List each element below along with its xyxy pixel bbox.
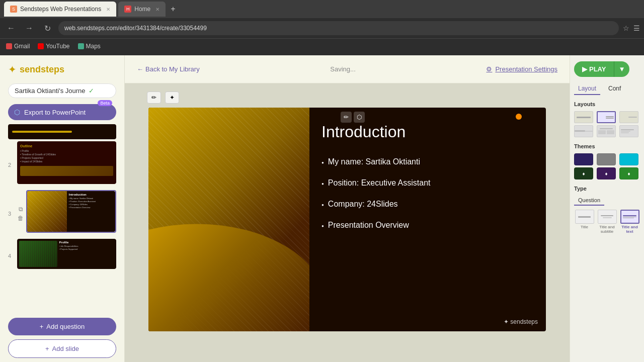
add-question-button[interactable]: + Add question: [8, 318, 116, 335]
edit-icon-pencil[interactable]: ✏: [147, 92, 161, 104]
layout-thumb-4[interactable]: [574, 125, 593, 137]
reload-button[interactable]: ↻: [40, 21, 54, 35]
themes-grid: ♦ ♦ ♦: [574, 153, 640, 179]
add-slide-label: Add slide: [52, 345, 79, 352]
presentation-settings-button[interactable]: ⚙ Presentation Settings: [486, 65, 557, 73]
slide-type-label-title: Title: [581, 225, 588, 229]
presentation-title-button[interactable]: Sartika Oktianti's Journe ✓: [8, 83, 116, 98]
presentation-title-text: Sartika Oktianti's Journe: [15, 87, 86, 95]
tab-conf[interactable]: Conf: [604, 83, 625, 95]
slide-expand-button[interactable]: ⬡: [354, 112, 365, 123]
slide-type-label-title-text: Title and text: [619, 225, 640, 234]
bookmark-maps[interactable]: Maps: [78, 43, 101, 50]
tab-close-inactive[interactable]: ✕: [155, 7, 159, 12]
main-toolbar: ← Back to My Library Saving... ⚙ Present…: [125, 55, 570, 83]
inactive-tab[interactable]: H Home ✕: [118, 2, 166, 17]
layouts-section-title: Layouts: [574, 101, 640, 107]
slide-top-controls: ✏ ✦: [147, 92, 179, 104]
inactive-tab-title: Home: [134, 6, 150, 13]
layout-thumb-2[interactable]: [597, 111, 616, 123]
tab-layout[interactable]: Layout: [574, 83, 600, 95]
play-chevron-icon: ▼: [618, 65, 625, 73]
slide-bullet-text-1: My name: Sartika Oktianti: [328, 157, 420, 166]
slide-type-title-text[interactable]: Title and text: [619, 210, 640, 234]
slide-logo-icon: ✦: [504, 318, 510, 325]
layout-thumb-3[interactable]: [619, 111, 638, 123]
back-nav-button[interactable]: ←: [4, 21, 18, 35]
slide-bullet-3: ● Company: 24Slides: [321, 200, 534, 209]
bullet-dot-3: ●: [321, 203, 324, 207]
gmail-favicon: [6, 43, 12, 49]
slide-item[interactable]: [8, 124, 116, 139]
slide-list: 2 Outline • Profile • Timeline of Growth…: [0, 124, 124, 314]
slide-type-thumb-title[interactable]: [575, 210, 594, 224]
slide-action-delete-3[interactable]: 🗑: [17, 214, 24, 222]
active-tab[interactable]: S Sendsteps Web Presentations ✕: [4, 2, 116, 17]
add-slide-plus-icon: +: [45, 345, 49, 352]
slide-type-thumb-title-subtitle[interactable]: [598, 210, 617, 224]
back-link-label: Back to My Library: [145, 65, 200, 73]
back-arrow-icon: ←: [137, 65, 143, 73]
slide-type-thumb-title-text[interactable]: [620, 210, 639, 224]
tab-close-active[interactable]: ✕: [106, 7, 110, 12]
bookmarks-bar: Gmail YouTube Maps: [0, 38, 644, 53]
type-tab-question[interactable]: Question: [574, 196, 604, 206]
slide-pencil-button[interactable]: ✏: [341, 112, 352, 123]
bookmark-gmail[interactable]: Gmail: [6, 43, 30, 50]
slide-item-3[interactable]: Introduction • My name: Sartika Oktianti…: [26, 190, 116, 233]
browser-controls: ← → ↻ ☆ ☰: [0, 18, 644, 38]
active-tab-title: Sendsteps Web Presentations: [20, 6, 101, 13]
themes-section-title: Themes: [574, 143, 640, 149]
bullet-dot-1: ●: [321, 160, 324, 165]
youtube-favicon: [38, 43, 44, 49]
slide-type-title[interactable]: Title: [574, 210, 595, 234]
theme-dark-green[interactable]: ♦: [574, 167, 593, 179]
youtube-label: YouTube: [46, 43, 69, 50]
theme-gray[interactable]: [597, 153, 616, 165]
play-button-group: ▶ PLAY ▼: [574, 61, 640, 77]
layout-thumb-6[interactable]: [619, 125, 638, 137]
slide-number-2: 2: [8, 162, 15, 168]
slide-bullet-text-3: Company: 24Slides: [328, 200, 398, 209]
add-slide-button[interactable]: + Add slide: [8, 339, 116, 358]
slide-right-panel: Introduction ● My name: Sartika Oktianti…: [309, 108, 546, 331]
play-dropdown-button[interactable]: ▼: [614, 61, 629, 77]
slide-bullet-4: ● Presentation Overview: [321, 221, 534, 230]
slide-left-panel: [148, 108, 309, 331]
edit-icon-expand[interactable]: ✦: [165, 92, 179, 104]
layout-thumb-1[interactable]: [574, 111, 593, 123]
type-tabs: Question: [574, 196, 640, 206]
beta-badge: Beta: [98, 100, 112, 106]
forward-nav-button[interactable]: →: [22, 21, 36, 35]
slide-row-4: 4 Profile • Job Responsibilities • Proje…: [8, 239, 116, 273]
slide-type-title-subtitle[interactable]: Title and subtitle: [597, 210, 617, 234]
address-bar[interactable]: [58, 21, 619, 35]
slide-logo-text: sendsteps: [510, 318, 538, 325]
layout-grid: [574, 111, 640, 137]
play-button[interactable]: ▶ PLAY: [574, 61, 614, 77]
theme-teal[interactable]: [619, 153, 638, 165]
main-area: ← Back to My Library Saving... ⚙ Present…: [125, 55, 570, 362]
slide-number-3: 3: [8, 211, 15, 217]
bullet-dot-4: ●: [321, 224, 324, 228]
slide-edit-icons: ✏ ⬡: [341, 112, 365, 123]
back-to-library-link[interactable]: ← Back to My Library: [137, 65, 200, 73]
slide-canvas: Introduction ● My name: Sartika Oktianti…: [148, 108, 546, 331]
slide-action-copy-3[interactable]: ⧉: [17, 205, 24, 213]
settings-label: Presentation Settings: [495, 65, 557, 73]
bookmark-youtube[interactable]: YouTube: [38, 43, 69, 50]
bookmark-star-icon[interactable]: ☆: [623, 24, 629, 32]
logo-text: sendsteps: [20, 64, 64, 75]
right-panel: ▶ PLAY ▼ Layout Conf Layouts: [570, 55, 644, 362]
slide-type-grid: Title Title and subtitle Title and te: [574, 210, 640, 234]
theme-bright-green[interactable]: ♦: [619, 167, 638, 179]
theme-dark-purple[interactable]: [574, 153, 593, 165]
theme-dark-purple2[interactable]: ♦: [597, 167, 616, 179]
canvas-area: ✏ ✦ Introduction ● My name: Sartika Okti…: [125, 83, 570, 362]
slide-item-4[interactable]: Profile • Job Responsibilities • Project…: [17, 239, 116, 269]
export-to-powerpoint-button[interactable]: ⬡ Export to PowerPoint Beta: [8, 104, 116, 120]
new-tab-button[interactable]: +: [168, 5, 178, 14]
type-section-title: Type: [574, 186, 640, 192]
slide-item-2[interactable]: Outline • Profile • Timeline of Growth o…: [17, 141, 116, 184]
layout-thumb-5[interactable]: [597, 125, 616, 137]
